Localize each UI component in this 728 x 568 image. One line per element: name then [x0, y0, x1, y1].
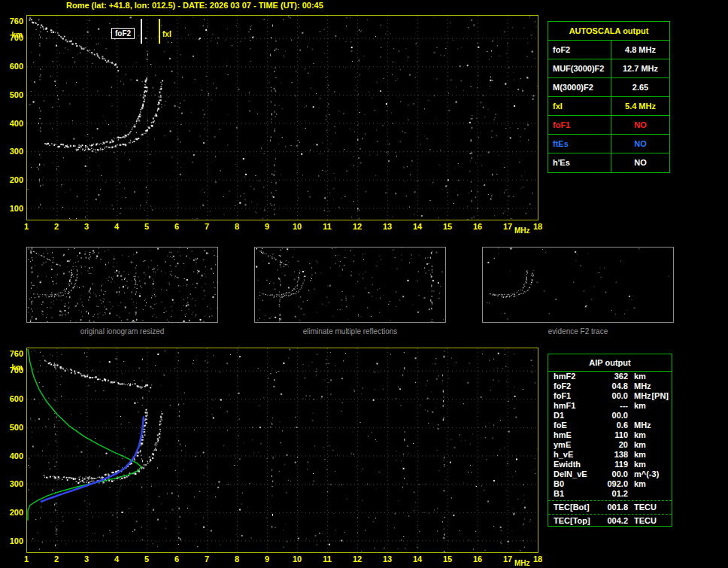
row-value: 001.8	[590, 503, 628, 512]
x-tick-label: 4	[110, 222, 123, 231]
panel-caption: eliminate multiple reflections	[254, 327, 446, 336]
table-row: foF24.8 MHz	[548, 41, 669, 59]
y-tick-label: 600	[0, 62, 23, 71]
x-tick-label: 1	[20, 222, 33, 231]
row-value: 20	[590, 440, 628, 450]
table-row: B0092.0km	[548, 479, 672, 489]
row-unit: TECU	[634, 503, 657, 512]
x-tick-label: 6	[170, 554, 184, 563]
x-tick-label: 12	[350, 222, 364, 231]
y-tick-label: 200	[0, 508, 23, 517]
x-tick-label: 10	[290, 222, 304, 231]
x-tick-label: 9	[260, 222, 274, 231]
x-tick-label: 6	[170, 222, 184, 231]
row-value: 12.7 MHz	[611, 59, 669, 77]
x-tick-label: 16	[471, 222, 484, 231]
x-tick-label: 13	[381, 554, 394, 563]
row-unit: km	[634, 372, 646, 381]
y-tick-label: 760	[0, 17, 23, 26]
row-label: B1	[554, 489, 564, 499]
x-tick-label: 4	[110, 554, 123, 563]
table-row: TEC[Top]004.2TECU	[548, 516, 672, 526]
row-label: hmE	[554, 430, 572, 440]
fof2-marker-line	[141, 19, 142, 44]
y-tick-label: 500	[0, 423, 23, 432]
fof2-marker-label: foF2	[111, 28, 135, 39]
table-row: TEC[Bot]001.8TECU	[548, 503, 672, 512]
top-ionogram-canvas	[27, 16, 538, 220]
row-label: M(3000)F2	[553, 78, 593, 97]
panel-caption: evidence F2 trace	[482, 327, 674, 336]
fxi-marker-label: fxI	[162, 30, 171, 38]
row-unit: km	[634, 430, 646, 440]
table-row: foF1NO	[548, 116, 669, 135]
x-tick-label: 14	[411, 554, 424, 563]
table-row: hmE110km	[548, 430, 672, 440]
table-row: M(3000)F22.65	[548, 78, 669, 97]
panel-evidence-f2	[482, 247, 674, 323]
row-label: hmF1	[554, 401, 575, 411]
autoscala-output-table: AUTOSCALA output foF24.8 MHzMUF(3000)F21…	[548, 21, 670, 173]
table-row: ymE20km	[548, 440, 672, 450]
table-row: foF100.0MHz[PN]	[548, 391, 672, 401]
row-label: foE	[554, 421, 567, 430]
row-value: ---	[590, 401, 628, 411]
table-row: foE0.6MHz	[548, 421, 672, 430]
row-value: NO	[611, 116, 669, 134]
x-tick-label: 1	[20, 554, 33, 563]
table-row: hmF1---km	[548, 401, 672, 411]
y-tick-label: 100	[0, 204, 23, 213]
y-tick-label: 400	[0, 451, 23, 460]
x-tick-label: 15	[441, 554, 454, 563]
fxi-marker-line	[159, 19, 160, 44]
row-value: 00.0	[590, 411, 628, 421]
row-unit: km	[634, 401, 646, 411]
row-label: D1	[554, 411, 564, 421]
x-tick-label: 11	[320, 554, 334, 563]
bottom-ionogram-canvas	[27, 348, 538, 552]
panel-eliminate-canvas	[255, 248, 445, 322]
x-tick-label: 5	[140, 222, 153, 231]
row-value: 4.8 MHz	[611, 41, 669, 59]
dashed-separator	[548, 500, 672, 501]
x-tick-label: 15	[441, 222, 454, 231]
row-unit: km	[634, 479, 646, 489]
autoscala-table-rows: foF24.8 MHzMUF(3000)F212.7 MHzM(3000)F22…	[548, 41, 669, 172]
table-row: h'EsNO	[548, 153, 669, 172]
row-unit: km	[634, 460, 646, 469]
y-tick-label: 200	[0, 175, 23, 184]
x-tick-label: 13	[381, 222, 394, 231]
row-unit: MHz	[634, 421, 651, 430]
y-tick-label: 700	[0, 33, 23, 42]
panel-evidence-canvas	[483, 248, 673, 322]
x-tick-label: 3	[80, 222, 93, 231]
row-unit: km	[634, 440, 646, 450]
row-value: 01.2	[590, 489, 628, 499]
row-label: h'Es	[553, 153, 570, 172]
row-label: foF1	[554, 391, 571, 401]
aip-output-table: AIP output hmF2362kmfoF204.8MHzfoF100.0M…	[548, 354, 672, 527]
row-label: h_vE	[554, 450, 573, 460]
row-label: Ewidth	[554, 460, 581, 469]
x-tick-label: 12	[350, 554, 364, 563]
row-label: foF2	[554, 381, 571, 391]
panel-caption: original ionogram resized	[26, 327, 218, 336]
row-value: 092.0	[590, 479, 628, 489]
row-value: 138	[590, 450, 628, 460]
row-value: 362	[590, 372, 628, 381]
x-axis-unit-top: MHz	[514, 226, 530, 235]
row-unit: MHz	[634, 391, 651, 401]
x-tick-label: 14	[411, 222, 424, 231]
row-unit: km	[634, 450, 646, 460]
row-label: DelN_vE	[554, 469, 587, 479]
row-value: NO	[611, 153, 669, 172]
x-tick-label: 17	[501, 554, 514, 563]
x-tick-label: 8	[230, 554, 244, 563]
row-unit: TECU	[634, 516, 657, 526]
row-label: ftEs	[553, 135, 569, 153]
y-tick-label: 500	[0, 90, 23, 99]
row-label: TEC[Bot]	[554, 503, 590, 512]
x-tick-label: 7	[200, 222, 214, 231]
y-tick-label: 400	[0, 119, 23, 128]
row-value: 004.2	[590, 516, 628, 526]
